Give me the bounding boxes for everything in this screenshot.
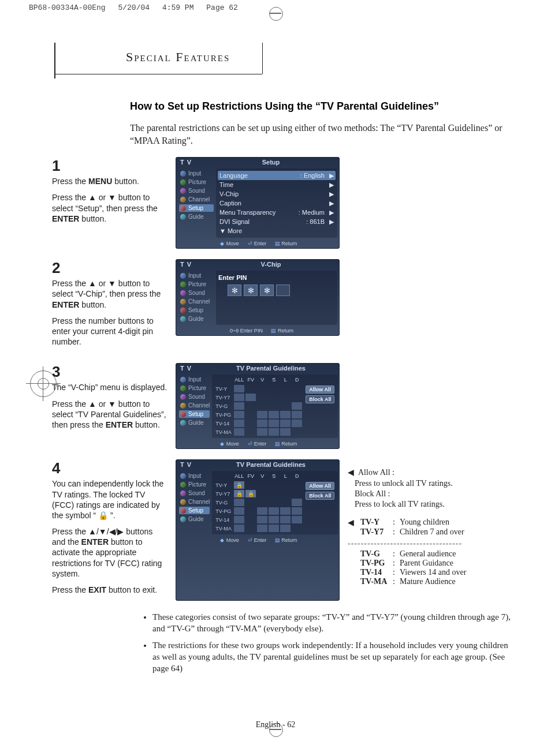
step-4: 4 You can independently lock the TV rati… (52, 459, 511, 601)
osd-side-menu: Input Picture Sound Channel Setup Guide (176, 167, 214, 239)
step-1: 1 Press the MENU button. Press the ▲ or … (52, 157, 511, 249)
step-number: 3 (52, 363, 167, 381)
crop-mark-top (270, 8, 281, 19)
document-page: BP68-00334A-00Eng 5/20/04 4:59 PM Page 6… (0, 0, 551, 756)
osd-vchip-pin: T VV-Chip Input Picture Sound Channel Se… (176, 259, 340, 336)
doc-date: 5/20/04 (118, 3, 150, 12)
doc-id: BP68-00334A-00Eng (29, 3, 106, 12)
footer-bullets: These categories consist of two separate… (129, 611, 511, 674)
doc-page-crop: Page 62 (206, 3, 238, 12)
doc-header-meta: BP68-00334A-00Eng 5/20/04 4:59 PM Page 6… (29, 3, 246, 12)
side-annotations: ◀Allow All : Press to unlock all TV rati… (348, 459, 482, 601)
section-header-rule: Special Features (52, 46, 511, 78)
osd-setup: T VSetup Input Picture Sound Channel Set… (176, 157, 340, 249)
step-number: 2 (52, 259, 167, 277)
doc-time: 4:59 PM (162, 3, 194, 12)
step-number: 1 (52, 157, 167, 175)
osd-tpg-grid-locked: T VTV Parental Guidelines Input Picture … (176, 459, 340, 601)
section-header: Special Features (126, 50, 230, 65)
step-2: 2 Press the ▲ or ▼ button to select “V-C… (52, 259, 511, 353)
osd-tpg-grid: T VTV Parental Guidelines Input Picture … (176, 363, 340, 449)
page-number: English - 62 (0, 720, 551, 729)
step-3: 3 The “V-Chip” menu is displayed. Press … (52, 363, 511, 449)
step-number: 4 (52, 459, 167, 477)
page-title: How to Set up Restrictions Using the “TV… (130, 100, 511, 113)
page-intro: The parental restrictions can be set up … (130, 122, 511, 147)
